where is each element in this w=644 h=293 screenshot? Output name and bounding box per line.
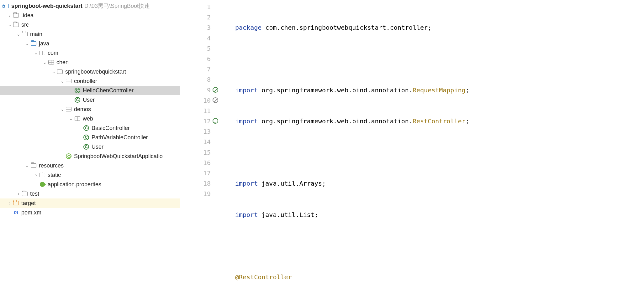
tree-item-application[interactable]: SpringbootWebQuickstartApplicatio bbox=[0, 152, 180, 161]
line-number: 10 bbox=[180, 95, 211, 106]
gutter-icon[interactable] bbox=[213, 87, 218, 93]
chevron-down-icon: ⌄ bbox=[24, 163, 30, 168]
class-icon: C bbox=[83, 125, 90, 131]
chevron-down-icon: ⌄ bbox=[33, 50, 39, 55]
line-number: 15 bbox=[180, 147, 211, 158]
chevron-down-icon: ⌄ bbox=[42, 60, 48, 65]
line-number: 17 bbox=[180, 168, 211, 178]
gutter-icon[interactable] bbox=[213, 97, 218, 103]
package-icon bbox=[65, 78, 72, 85]
gutter-margin bbox=[219, 0, 232, 293]
tree-item-hello-controller[interactable]: C HelloChenController bbox=[0, 86, 180, 95]
tree-item-src[interactable]: ⌄ src bbox=[0, 20, 180, 29]
class-icon: C bbox=[83, 143, 90, 150]
folder-icon bbox=[21, 190, 28, 197]
line-number: 9 bbox=[180, 85, 211, 95]
chevron-down-icon: ⌄ bbox=[24, 41, 30, 46]
line-number: 2 bbox=[180, 12, 211, 23]
gutter-icon[interactable] bbox=[213, 118, 218, 124]
source-folder-icon bbox=[30, 40, 37, 47]
tree-item-appprops[interactable]: application.properties bbox=[0, 180, 180, 189]
line-number-gutter: 1 2 3 4 5 6 7 8 9 10 11 12 13 14 15 16 1… bbox=[180, 0, 219, 293]
tree-item-chen[interactable]: ⌄ chen bbox=[0, 58, 180, 67]
tree-item-main[interactable]: ⌄ main bbox=[0, 29, 180, 39]
project-path: D:\03黑马\SpringBoot快速 bbox=[84, 2, 150, 10]
line-number: 4 bbox=[180, 33, 211, 44]
resources-folder-icon bbox=[30, 162, 37, 169]
tree-item-pathvar-controller[interactable]: C PathVariableController bbox=[0, 133, 180, 142]
tree-item-demos[interactable]: ⌄ demos bbox=[0, 105, 180, 114]
class-icon: C bbox=[74, 96, 81, 103]
line-number: 11 bbox=[180, 106, 211, 116]
tree-item-resources[interactable]: ⌄ resources bbox=[0, 161, 180, 170]
line-number: 18 bbox=[180, 178, 211, 189]
line-number: 1 bbox=[180, 2, 211, 12]
chevron-right-icon: › bbox=[7, 201, 13, 206]
line-number: 16 bbox=[180, 158, 211, 168]
chevron-down-icon: ⌄ bbox=[68, 116, 74, 121]
chevron-right-icon: › bbox=[16, 191, 21, 196]
package-icon bbox=[65, 106, 72, 113]
code-area[interactable]: package com.chen.springbootwebquickstart… bbox=[232, 0, 644, 293]
folder-icon bbox=[13, 12, 19, 19]
chevron-right-icon: › bbox=[7, 13, 13, 18]
class-icon: C bbox=[83, 134, 90, 141]
project-icon bbox=[3, 3, 9, 9]
line-number: 6 bbox=[180, 54, 211, 64]
tree-item-web[interactable]: ⌄ web bbox=[0, 114, 180, 123]
class-icon: C bbox=[74, 87, 81, 94]
line-number: 12 bbox=[180, 116, 211, 126]
line-number: 8 bbox=[180, 75, 211, 85]
package-icon bbox=[39, 49, 46, 56]
line-number: 5 bbox=[180, 44, 211, 54]
project-name: springboot-web-quickstart bbox=[11, 3, 82, 9]
chevron-down-icon: ⌄ bbox=[7, 22, 13, 27]
tree-item-java[interactable]: ⌄ java bbox=[0, 39, 180, 48]
target-folder-icon bbox=[13, 200, 19, 207]
line-number: 14 bbox=[180, 137, 211, 147]
package-icon bbox=[56, 68, 63, 75]
line-number: 7 bbox=[180, 64, 211, 75]
chevron-right-icon: › bbox=[33, 172, 39, 177]
leaf-icon bbox=[39, 181, 46, 188]
tree-item-idea[interactable]: › .idea bbox=[0, 11, 180, 20]
tree-item-user[interactable]: C User bbox=[0, 95, 180, 105]
project-tree[interactable]: springboot-web-quickstart D:\03黑马\Spring… bbox=[0, 0, 180, 293]
package-icon bbox=[48, 59, 55, 66]
tree-item-pom[interactable]: m pom.xml bbox=[0, 208, 180, 217]
chevron-down-icon: ⌄ bbox=[60, 107, 65, 112]
tree-item-static[interactable]: › static bbox=[0, 170, 180, 180]
tree-item-sbwq[interactable]: ⌄ springbootwebquickstart bbox=[0, 67, 180, 76]
folder-icon bbox=[21, 31, 28, 38]
tree-project-root[interactable]: springboot-web-quickstart D:\03黑马\Spring… bbox=[0, 1, 180, 11]
annotation-restcontroller: @RestController bbox=[235, 273, 292, 281]
tree-item-controller[interactable]: ⌄ controller bbox=[0, 76, 180, 86]
line-number: 3 bbox=[180, 23, 211, 33]
line-number: 13 bbox=[180, 126, 211, 137]
line-number: 19 bbox=[180, 189, 211, 199]
chevron-down-icon: ⌄ bbox=[60, 79, 65, 84]
tree-item-basic-controller[interactable]: C BasicController bbox=[0, 123, 180, 133]
maven-icon: m bbox=[13, 209, 19, 216]
folder-icon bbox=[13, 21, 19, 28]
chevron-down-icon: ⌄ bbox=[16, 32, 21, 37]
package-icon bbox=[74, 115, 81, 122]
tree-item-com[interactable]: ⌄ com bbox=[0, 48, 180, 58]
tree-item-target[interactable]: › target bbox=[0, 198, 180, 208]
code-editor[interactable]: 1 2 3 4 5 6 7 8 9 10 11 12 13 14 15 16 1… bbox=[180, 0, 644, 293]
spring-icon bbox=[65, 153, 72, 160]
tree-item-test[interactable]: › test bbox=[0, 189, 180, 198]
tree-item-user2[interactable]: C User bbox=[0, 142, 180, 152]
chevron-down-icon: ⌄ bbox=[51, 69, 56, 74]
folder-icon bbox=[39, 172, 46, 178]
